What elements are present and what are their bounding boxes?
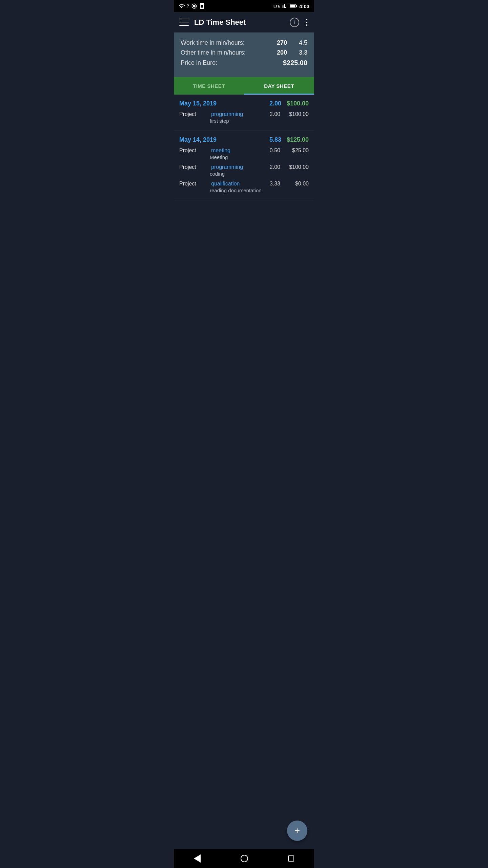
day-date-1: May 14, 2019	[179, 136, 217, 143]
svg-rect-6	[290, 5, 295, 7]
entry-desc-1-1: coding	[179, 171, 309, 177]
entry-label-1-0: Project	[179, 147, 210, 154]
info-button[interactable]: i	[290, 18, 299, 27]
entry-type-1-0: meeting	[211, 147, 259, 154]
sim-icon	[199, 3, 205, 9]
nav-bar	[174, 849, 314, 868]
day-entry-0: May 15, 2019 2.00 $100.00 Project progra…	[174, 95, 314, 131]
entry-type-1-2: qualification	[211, 181, 259, 187]
other-time-row: Other time in min/hours: 200 3.3	[181, 49, 307, 56]
recents-icon	[288, 855, 294, 862]
time-entry-1-2[interactable]: Project qualification 3.33 $0.00 reading…	[179, 181, 309, 193]
summary-panel: Work time in min/hours: 270 4.5 Other ti…	[174, 33, 314, 77]
day-header-prices-1: 5.83 $125.00	[269, 136, 309, 143]
other-time-label: Other time in min/hours:	[181, 49, 270, 56]
entry-row-1-2: Project qualification 3.33 $0.00	[179, 181, 309, 187]
entry-type-0-0: programming	[211, 111, 259, 117]
time-entry-1-0[interactable]: Project meeting 0.50 $25.00 Meeting	[179, 147, 309, 160]
fab-plus-icon: +	[294, 825, 300, 836]
nav-home-button[interactable]	[241, 855, 248, 862]
day-entry-1: May 14, 2019 5.83 $125.00 Project meetin…	[174, 131, 314, 200]
day-header-prices-0: 2.00 $100.00	[269, 100, 309, 107]
app-title: LD Time Sheet	[194, 18, 290, 27]
entry-hours-1-1: 2.00	[260, 164, 280, 170]
entry-desc-0-0: first step	[179, 118, 309, 124]
day-total-price-0: $100.00	[287, 100, 309, 107]
tabs: TIME SHEET DAY SHEET	[174, 77, 314, 95]
signal-icon	[282, 3, 288, 9]
back-icon	[194, 854, 201, 863]
work-time-values: 270 4.5	[270, 39, 307, 46]
app-bar-actions: i	[290, 18, 309, 27]
day-total-hours-0: 2.00	[269, 100, 281, 107]
hamburger-menu[interactable]	[179, 18, 189, 27]
entry-row-1-0: Project meeting 0.50 $25.00	[179, 147, 309, 154]
svg-rect-5	[296, 5, 297, 7]
day-header-0: May 15, 2019 2.00 $100.00	[179, 100, 309, 107]
tab-time-sheet[interactable]: TIME SHEET	[174, 77, 244, 95]
entry-price-1-2: $0.00	[282, 181, 309, 187]
entry-desc-1-0: Meeting	[179, 154, 309, 160]
battery-icon	[290, 4, 297, 8]
svg-point-1	[193, 5, 196, 7]
nav-recents-button[interactable]	[288, 855, 294, 862]
svg-rect-3	[201, 5, 203, 8]
price-row: Price in Euro: $225.00	[181, 59, 307, 67]
day-header-1: May 14, 2019 5.83 $125.00	[179, 136, 309, 143]
entry-row-1-1: Project programming 2.00 $100.00	[179, 164, 309, 170]
time-entry-0-0[interactable]: Project programming 2.00 $100.00 first s…	[179, 111, 309, 124]
entry-desc-1-2: reading documentation	[179, 188, 309, 193]
status-right: LTE 4:03	[273, 3, 309, 9]
entry-row-0-0: Project programming 2.00 $100.00	[179, 111, 309, 117]
circle-icon	[191, 3, 197, 9]
price-label: Price in Euro:	[181, 59, 283, 66]
work-time-min: 270	[270, 39, 287, 46]
home-icon	[241, 855, 248, 862]
entry-price-1-1: $100.00	[282, 164, 309, 170]
entry-label-1-1: Project	[179, 164, 210, 170]
entry-hours-0-0: 2.00	[260, 111, 280, 117]
entry-type-1-1: programming	[211, 164, 259, 170]
other-time-values: 200 3.3	[270, 49, 307, 56]
entry-hours-1-2: 3.33	[260, 181, 280, 187]
day-date-0: May 15, 2019	[179, 100, 217, 107]
status-left: ?	[179, 3, 205, 9]
app-bar: LD Time Sheet i	[174, 12, 314, 33]
price-value: $225.00	[283, 59, 307, 67]
day-total-price-1: $125.00	[287, 136, 309, 143]
day-total-hours-1: 5.83	[269, 136, 281, 143]
work-time-row: Work time in min/hours: 270 4.5	[181, 39, 307, 46]
more-options-button[interactable]	[305, 18, 309, 27]
status-bar: ? LTE 4:03	[174, 0, 314, 12]
other-time-min: 200	[270, 49, 287, 56]
other-time-hours: 3.3	[294, 49, 307, 56]
entry-label-1-2: Project	[179, 181, 210, 187]
entry-label-0-0: Project	[179, 111, 210, 117]
work-time-label: Work time in min/hours:	[181, 39, 270, 46]
add-entry-fab[interactable]: +	[287, 821, 307, 841]
work-time-hours: 4.5	[294, 39, 307, 46]
network-question: ?	[187, 4, 189, 8]
lte-indicator: LTE	[273, 4, 280, 8]
entry-hours-1-0: 0.50	[260, 147, 280, 154]
content-area: May 15, 2019 2.00 $100.00 Project progra…	[174, 95, 314, 234]
entry-price-1-0: $25.00	[282, 147, 309, 154]
time-entry-1-1[interactable]: Project programming 2.00 $100.00 coding	[179, 164, 309, 177]
entry-price-0-0: $100.00	[282, 111, 309, 117]
nav-back-button[interactable]	[194, 854, 201, 863]
wifi-icon	[179, 3, 185, 9]
tab-day-sheet[interactable]: DAY SHEET	[244, 77, 314, 95]
status-time: 4:03	[299, 3, 309, 9]
